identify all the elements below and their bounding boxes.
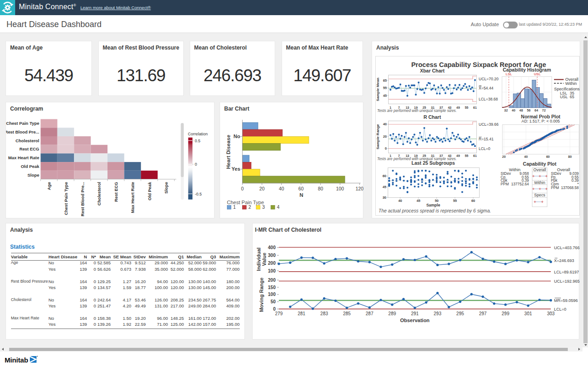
svg-text:400: 400: [268, 245, 276, 250]
svg-text:Chest Pain Type: Chest Pain Type: [6, 121, 39, 126]
svg-text:300: 300: [268, 253, 276, 258]
svg-text:Specs: Specs: [534, 193, 546, 197]
svg-text:Slope: Slope: [164, 182, 169, 194]
svg-text:20: 20: [383, 134, 387, 139]
svg-text:Correlation: Correlation: [188, 132, 208, 136]
svg-text:200: 200: [268, 278, 276, 283]
svg-text:137068.58: 137068.58: [561, 186, 579, 190]
svg-text:Moving Range: Moving Range: [259, 278, 264, 312]
svg-text:Cholesterol: Cholesterol: [16, 138, 40, 143]
svg-text:40: 40: [524, 155, 528, 158]
svg-text:200: 200: [268, 261, 276, 266]
svg-text:50: 50: [271, 299, 276, 304]
svg-text:40: 40: [279, 186, 284, 191]
svg-text:48: 48: [520, 109, 523, 112]
svg-text:303: 303: [547, 311, 555, 316]
svg-text:Sample Mean: Sample Mean: [376, 78, 380, 101]
svg-text:Individual: Individual: [256, 247, 261, 271]
svg-text:4: 4: [277, 205, 280, 210]
svg-text:56: 56: [527, 109, 531, 112]
svg-text:Chest Pain Type: Chest Pain Type: [227, 200, 264, 205]
svg-text:299: 299: [502, 311, 509, 316]
svg-text:49: 49: [456, 154, 460, 157]
svg-text:UCL=403.766: UCL=403.766: [554, 245, 580, 250]
svg-text:Last 25 Subgroups: Last 25 Subgroups: [412, 160, 455, 166]
svg-text:287: 287: [366, 311, 373, 316]
svg-text:281: 281: [298, 311, 305, 316]
svg-text:45: 45: [383, 185, 386, 189]
svg-text:Rest Blood Pre...: Rest Blood Pre...: [80, 182, 85, 217]
svg-text:Yes: Yes: [232, 166, 240, 172]
svg-text:100: 100: [268, 292, 276, 297]
svg-text:40: 40: [398, 199, 402, 203]
svg-text:60: 60: [298, 186, 304, 191]
svg-text:Normal Prob Plot: Normal Prob Plot: [521, 114, 560, 119]
svg-text:64: 64: [535, 109, 538, 112]
svg-text:60: 60: [546, 155, 550, 158]
svg-text:The actual process spread is r: The actual process spread is represented…: [379, 208, 491, 213]
svg-text:137752.64: 137752.64: [511, 182, 529, 186]
svg-text:150: 150: [268, 285, 276, 290]
svg-text:0: 0: [195, 162, 197, 167]
svg-text:72: 72: [542, 109, 546, 112]
svg-text:279: 279: [275, 311, 283, 316]
svg-text:100: 100: [336, 186, 344, 191]
svg-text:Sample: Sample: [426, 203, 441, 207]
svg-text:45: 45: [417, 199, 420, 203]
svg-text:Max Heart Rate: Max Heart Rate: [8, 155, 40, 160]
svg-text:61: 61: [473, 106, 477, 109]
svg-text:40: 40: [512, 109, 515, 112]
svg-text:60: 60: [471, 199, 475, 203]
svg-text:Within: Within: [509, 167, 520, 172]
svg-text:UCL=70.20: UCL=70.20: [479, 77, 499, 81]
svg-text:2: 2: [249, 205, 251, 210]
svg-text:N: N: [300, 192, 303, 198]
svg-text:301: 301: [524, 311, 532, 316]
svg-text:55: 55: [383, 86, 387, 90]
svg-text:49: 49: [456, 106, 460, 109]
svg-text:Sample Range: Sample Range: [376, 124, 380, 150]
svg-text:LCL=89.6197: LCL=89.6197: [554, 270, 579, 274]
svg-text:-0.5: -0.5: [195, 192, 202, 196]
svg-text:Heart Disease: Heart Disease: [226, 135, 231, 169]
svg-text:Capability Plot: Capability Plot: [523, 161, 556, 167]
svg-text:Within: Within: [565, 81, 577, 86]
svg-text:60: 60: [383, 174, 386, 178]
svg-text:293: 293: [434, 311, 441, 316]
svg-text:Tests are performed with unequ: Tests are performed with unequal sample …: [377, 109, 457, 113]
svg-text:LCL=0: LCL=0: [554, 307, 566, 312]
svg-text:55: 55: [453, 199, 457, 203]
svg-text:Rest ECG: Rest ECG: [19, 146, 39, 151]
svg-text:0: 0: [385, 146, 387, 151]
svg-text:Overall: Overall: [557, 167, 570, 172]
svg-text:295: 295: [456, 311, 464, 316]
svg-text:LCL=38.68: LCL=38.68: [479, 97, 498, 101]
svg-text:X=246.693: X=246.693: [554, 258, 574, 263]
svg-text:Within: Within: [534, 180, 545, 185]
svg-text:285: 285: [343, 311, 351, 316]
svg-text:R=15.41: R=15.41: [479, 137, 494, 141]
svg-text:AD: 1.517, P: < 0.005: AD: 1.517, P: < 0.005: [521, 119, 560, 123]
svg-text:291: 291: [411, 311, 419, 316]
svg-text:Xbar Chart: Xbar Chart: [420, 68, 445, 73]
svg-text:Slope: Slope: [28, 173, 40, 178]
svg-text:Age: Age: [46, 182, 51, 190]
svg-text:289: 289: [388, 311, 396, 316]
svg-text:USL: USL: [534, 72, 541, 76]
svg-text:Chest Pain Type: Chest Pain Type: [63, 182, 68, 215]
svg-text:PPM: PPM: [501, 182, 509, 186]
svg-text:1: 1: [233, 205, 236, 210]
svg-text:80: 80: [318, 186, 323, 191]
svg-text:MR=59.0596: MR=59.0596: [554, 298, 578, 303]
svg-text:100: 100: [268, 268, 276, 273]
svg-text:No: No: [233, 134, 240, 139]
svg-text:Old Peak: Old Peak: [21, 164, 40, 169]
svg-text:Old Peak: Old Peak: [147, 182, 152, 201]
svg-text:3: 3: [262, 205, 265, 210]
svg-text:283: 283: [320, 311, 328, 316]
svg-text:Rest Blood Pre...: Rest Blood Pre...: [6, 129, 39, 134]
svg-text:Rest ECG: Rest ECG: [113, 182, 119, 202]
svg-text:UCL=192.965: UCL=192.965: [554, 279, 580, 284]
svg-text:80: 80: [568, 155, 572, 158]
svg-text:20: 20: [259, 186, 265, 191]
